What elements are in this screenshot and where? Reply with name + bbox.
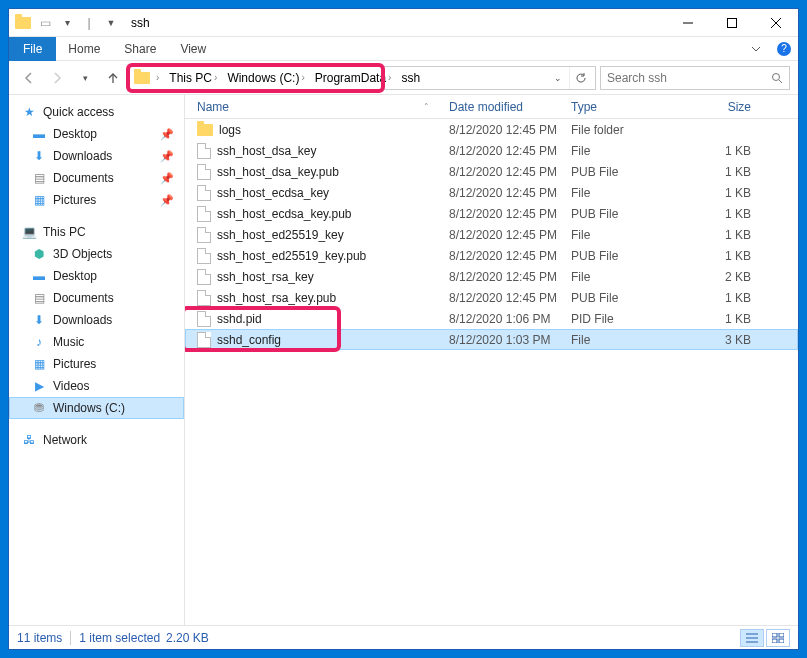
sort-asc-icon: ˄	[424, 102, 429, 112]
file-row[interactable]: ssh_host_dsa_key.pub8/12/2020 12:45 PMPU…	[185, 161, 798, 182]
file-row[interactable]: ssh_host_ed25519_key8/12/2020 12:45 PMFi…	[185, 224, 798, 245]
explorer-window: ▭ ▾ | ▼ ssh File Home Share View ? ▾ ›	[8, 8, 799, 650]
column-header-size[interactable]: Size	[689, 100, 759, 114]
properties-icon[interactable]: ▭	[35, 13, 55, 33]
column-header-date[interactable]: Date modified	[449, 100, 571, 114]
sidebar-item-downloads[interactable]: ⬇Downloads📌	[9, 145, 184, 167]
file-size: 1 KB	[689, 207, 759, 221]
file-row[interactable]: ssh_host_dsa_key8/12/2020 12:45 PMFile1 …	[185, 140, 798, 161]
status-bar: 11 items 1 item selected 2.20 KB	[9, 625, 798, 649]
nav-recent-icon[interactable]: ▾	[73, 66, 97, 90]
maximize-button[interactable]	[710, 9, 754, 37]
address-dropdown-icon[interactable]: ⌄	[549, 73, 567, 83]
file-name: sshd.pid	[217, 312, 262, 326]
file-list[interactable]: logs8/12/2020 12:45 PMFile folderssh_hos…	[185, 119, 798, 625]
file-icon	[197, 206, 211, 222]
sidebar-network[interactable]: 🖧Network	[9, 429, 184, 451]
breadcrumb[interactable]: › This PC› Windows (C:)› ProgramData› ss…	[129, 66, 596, 90]
nav-up-icon[interactable]	[101, 66, 125, 90]
file-icon	[197, 164, 211, 180]
sidebar-item-documents2[interactable]: ▤Documents	[9, 287, 184, 309]
status-selection: 1 item selected	[79, 631, 160, 645]
documents-icon: ▤	[31, 170, 47, 186]
search-icon	[771, 72, 783, 84]
content-area: ★ Quick access ▬Desktop📌 ⬇Downloads📌 ▤Do…	[9, 95, 798, 625]
file-size: 1 KB	[689, 165, 759, 179]
file-type: PUB File	[571, 207, 689, 221]
file-row[interactable]: ssh_host_ecdsa_key8/12/2020 12:45 PMFile…	[185, 182, 798, 203]
status-size: 2.20 KB	[166, 631, 209, 645]
sidebar-quick-access[interactable]: ★ Quick access	[9, 101, 184, 123]
tab-view[interactable]: View	[168, 37, 218, 61]
file-icon	[197, 185, 211, 201]
file-type: File	[571, 144, 689, 158]
file-row[interactable]: sshd_config8/12/2020 1:03 PMFile3 KB	[185, 329, 798, 350]
file-icon	[197, 227, 211, 243]
nav-forward-icon[interactable]	[45, 66, 69, 90]
search-input[interactable]: Search ssh	[600, 66, 790, 90]
sidebar-item-downloads2[interactable]: ⬇Downloads	[9, 309, 184, 331]
sidebar-item-drive-c[interactable]: ⛃Windows (C:)	[9, 397, 184, 419]
file-name: logs	[219, 123, 241, 137]
videos-icon: ▶	[31, 378, 47, 394]
refresh-icon[interactable]	[569, 67, 591, 89]
downloads-icon: ⬇	[31, 148, 47, 164]
file-size: 1 KB	[689, 144, 759, 158]
tab-home[interactable]: Home	[56, 37, 112, 61]
sidebar-item-3dobjects[interactable]: ⬢3D Objects	[9, 243, 184, 265]
view-large-icons-icon[interactable]	[766, 629, 790, 647]
cube-icon: ⬢	[31, 246, 47, 262]
column-headers: Name˄ Date modified Type Size	[185, 95, 798, 119]
file-name: ssh_host_rsa_key	[217, 270, 314, 284]
qat-dropdown-icon[interactable]: ▾	[57, 13, 77, 33]
crumb-thispc[interactable]: This PC›	[165, 71, 221, 85]
minimize-button[interactable]	[666, 9, 710, 37]
file-row[interactable]: sshd.pid8/12/2020 1:06 PMPID File1 KB	[185, 308, 798, 329]
network-icon: 🖧	[21, 432, 37, 448]
file-row[interactable]: ssh_host_ecdsa_key.pub8/12/2020 12:45 PM…	[185, 203, 798, 224]
file-date: 8/12/2020 12:45 PM	[449, 144, 571, 158]
file-name: ssh_host_rsa_key.pub	[217, 291, 336, 305]
tab-file[interactable]: File	[9, 37, 56, 61]
documents-icon: ▤	[31, 290, 47, 306]
nav-back-icon[interactable]	[17, 66, 41, 90]
file-type: PUB File	[571, 291, 689, 305]
sidebar-item-desktop[interactable]: ▬Desktop📌	[9, 123, 184, 145]
chevron-right-icon[interactable]: ›	[156, 72, 159, 83]
file-icon	[197, 290, 211, 306]
sidebar-item-documents[interactable]: ▤Documents📌	[9, 167, 184, 189]
view-details-icon[interactable]	[740, 629, 764, 647]
file-icon	[197, 248, 211, 264]
tab-share[interactable]: Share	[112, 37, 168, 61]
svg-rect-1	[728, 18, 737, 27]
svg-rect-10	[772, 633, 777, 637]
file-row[interactable]: ssh_host_rsa_key.pub8/12/2020 12:45 PMPU…	[185, 287, 798, 308]
file-row[interactable]: ssh_host_ed25519_key.pub8/12/2020 12:45 …	[185, 245, 798, 266]
file-row[interactable]: ssh_host_rsa_key8/12/2020 12:45 PMFile2 …	[185, 266, 798, 287]
downloads-icon: ⬇	[31, 312, 47, 328]
crumb-programdata[interactable]: ProgramData›	[311, 71, 396, 85]
qat-chevron-icon[interactable]: ▼	[101, 13, 121, 33]
sidebar-item-music[interactable]: ♪Music	[9, 331, 184, 353]
close-button[interactable]	[754, 9, 798, 37]
file-row[interactable]: logs8/12/2020 12:45 PMFile folder	[185, 119, 798, 140]
sidebar-item-pictures2[interactable]: ▦Pictures	[9, 353, 184, 375]
sidebar-this-pc[interactable]: 💻This PC	[9, 221, 184, 243]
file-type: File folder	[571, 123, 689, 137]
file-date: 8/12/2020 12:45 PM	[449, 165, 571, 179]
file-type: PUB File	[571, 249, 689, 263]
svg-point-5	[773, 73, 780, 80]
svg-rect-11	[779, 633, 784, 637]
ribbon-expand-icon[interactable]	[742, 44, 770, 54]
crumb-drive[interactable]: Windows (C:)›	[223, 71, 308, 85]
column-header-name[interactable]: Name˄	[193, 100, 449, 114]
column-header-type[interactable]: Type	[571, 100, 689, 114]
file-date: 8/12/2020 12:45 PM	[449, 270, 571, 284]
help-icon[interactable]: ?	[770, 42, 798, 56]
crumb-ssh[interactable]: ssh	[397, 71, 424, 85]
file-name: ssh_host_ecdsa_key	[217, 186, 329, 200]
sidebar-item-desktop2[interactable]: ▬Desktop	[9, 265, 184, 287]
sidebar-item-pictures[interactable]: ▦Pictures📌	[9, 189, 184, 211]
file-date: 8/12/2020 12:45 PM	[449, 228, 571, 242]
sidebar-item-videos[interactable]: ▶Videos	[9, 375, 184, 397]
